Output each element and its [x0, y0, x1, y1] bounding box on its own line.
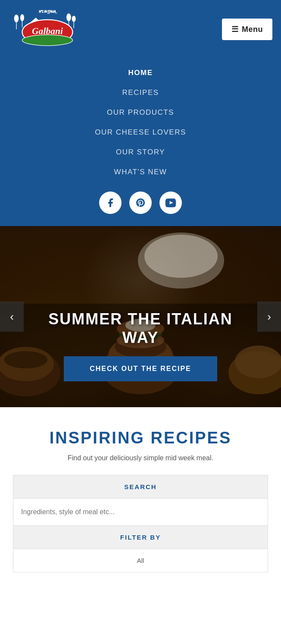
nav-item-whats-new[interactable]: WHAT'S NEW: [0, 162, 281, 182]
recipes-section: INSPIRING RECIPES Find out your deliciou…: [0, 407, 281, 585]
svg-point-31: [144, 235, 218, 278]
social-icons-row: [99, 182, 182, 226]
hero-cta-button[interactable]: CHECK OUT THE RECIPE: [64, 356, 217, 381]
svg-point-10: [72, 16, 76, 22]
nav-item-story[interactable]: OUR STORY: [0, 142, 281, 162]
header: N°1 IN ITALIA Galbani ☰ Menu: [0, 0, 281, 59]
logo[interactable]: N°1 IN ITALIA Galbani: [9, 8, 86, 51]
hero-next-button[interactable]: ›: [257, 302, 281, 332]
nav-item-recipes[interactable]: RECIPES: [0, 83, 281, 103]
svg-point-1: [14, 15, 19, 22]
svg-point-3: [20, 14, 24, 21]
youtube-icon[interactable]: [159, 192, 182, 214]
filter-label: FILTER BY: [13, 526, 268, 549]
pinterest-icon[interactable]: [129, 192, 152, 214]
svg-point-8: [66, 13, 71, 21]
svg-text:Galbani: Galbani: [32, 26, 63, 36]
hero-title: SUMMER THE ITALIAN WAY: [0, 310, 281, 347]
filter-value[interactable]: All: [13, 549, 268, 572]
hero-content: SUMMER THE ITALIAN WAY CHECK OUT THE REC…: [0, 310, 281, 381]
hamburger-icon: ☰: [231, 25, 239, 34]
nav-item-products[interactable]: OUR PRODUCTS: [0, 103, 281, 123]
hero-slider: ‹ SUMMER THE ITALIAN WAY CHECK OUT THE R…: [0, 226, 281, 407]
search-label: SEARCH: [13, 475, 268, 499]
nav-item-home[interactable]: HOME: [0, 63, 281, 83]
recipes-title: INSPIRING RECIPES: [9, 429, 272, 447]
nav-menu: HOME RECIPES OUR PRODUCTS OUR CHEESE LOV…: [0, 59, 281, 226]
recipes-subtitle: Find out your deliciously simple mid wee…: [9, 454, 272, 462]
facebook-icon[interactable]: [99, 192, 122, 214]
menu-label: Menu: [242, 25, 263, 34]
nav-item-cheese-lovers[interactable]: OUR CHEESE LOVERS: [0, 123, 281, 142]
svg-text:N°1 IN ITALIA: N°1 IN ITALIA: [39, 10, 56, 13]
menu-button[interactable]: ☰ Menu: [222, 19, 273, 40]
search-input-wrapper: [13, 499, 268, 526]
search-box: SEARCH FILTER BY All: [13, 475, 268, 572]
search-input[interactable]: [13, 499, 268, 525]
chevron-right-icon: ›: [267, 310, 271, 324]
